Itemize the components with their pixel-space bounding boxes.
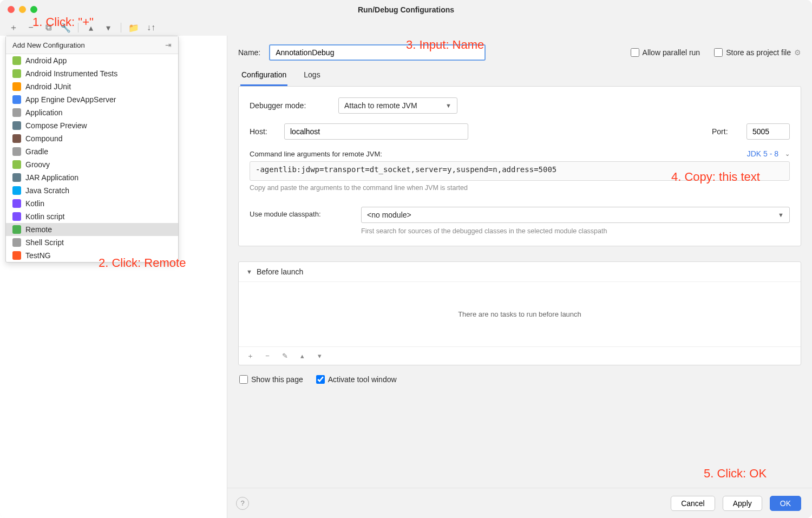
before-launch-empty: There are no tasks to run before launch [458, 310, 581, 318]
config-type-icon [12, 160, 21, 169]
minimize-window-button[interactable] [19, 6, 26, 13]
config-toolbar: ＋ − ⧉ 🔧 ▴ ▾ 📁 ↓↑ [0, 19, 812, 36]
module-value: <no module> [367, 211, 411, 219]
gear-icon[interactable]: ⚙ [794, 48, 801, 57]
remove-config-button[interactable]: − [26, 23, 36, 32]
edit-defaults-button[interactable]: 🔧 [61, 23, 70, 32]
move-task-up-button[interactable]: ▴ [297, 352, 307, 360]
before-launch-title: Before launch [257, 267, 303, 276]
allow-parallel-label: Allow parallel run [643, 48, 700, 57]
port-label: Port: [712, 127, 739, 136]
close-window-button[interactable] [8, 6, 15, 13]
allow-parallel-input[interactable] [631, 48, 639, 57]
config-type-app-engine-devappserver[interactable]: App Engine DevAppServer [6, 93, 178, 106]
config-type-android-junit[interactable]: Android JUnit [6, 80, 178, 93]
tabs: Configuration Logs [227, 65, 812, 86]
cmdline-text[interactable]: -agentlib:jdwp=transport=dt_socket,serve… [250, 161, 790, 181]
maximize-window-button[interactable] [30, 6, 37, 13]
chevron-down-icon: ▼ [778, 212, 784, 218]
config-type-android-instrumented-tests[interactable]: Android Instrumented Tests [6, 67, 178, 80]
config-type-application[interactable]: Application [6, 106, 178, 119]
config-type-compose-preview[interactable]: Compose Preview [6, 119, 178, 132]
store-project-checkbox[interactable]: Store as project file ⚙ [714, 48, 801, 57]
edit-task-button[interactable]: ✎ [280, 352, 290, 360]
show-page-checkbox[interactable]: Show this page [239, 375, 303, 384]
name-flags: Allow parallel run Store as project file… [631, 48, 801, 57]
before-launch-header[interactable]: ▼ Before launch [239, 262, 801, 281]
module-hint: First search for sources of the debugged… [361, 227, 621, 235]
folder-button[interactable]: 📁 [129, 23, 139, 32]
dropdown-header: Add New Configuration ⇥ [6, 36, 178, 54]
tab-logs[interactable]: Logs [303, 65, 321, 86]
name-row: Name: Allow parallel run Store as projec… [227, 36, 812, 65]
left-column: Add New Configuration ⇥ Android AppAndro… [0, 36, 227, 518]
collapse-icon[interactable]: ⇥ [165, 41, 172, 49]
config-type-android-app[interactable]: Android App [6, 54, 178, 67]
config-type-jar-application[interactable]: JAR Application [6, 171, 178, 184]
titlebar: Run/Debug Configurations [0, 0, 812, 19]
config-type-kotlin-script[interactable]: Kotlin script [6, 210, 178, 223]
config-type-label: Application [25, 108, 63, 117]
config-type-icon [12, 108, 21, 117]
config-type-compound[interactable]: Compound [6, 132, 178, 145]
activate-window-input[interactable] [316, 375, 325, 384]
cancel-button[interactable]: Cancel [671, 496, 715, 511]
config-type-shell-script[interactable]: Shell Script [6, 236, 178, 249]
config-type-label: Remote [25, 225, 52, 234]
help-button[interactable]: ? [236, 497, 249, 510]
config-type-label: Android Instrumented Tests [25, 69, 117, 78]
chevron-down-icon: ⌄ [785, 150, 790, 158]
store-project-label: Store as project file [726, 48, 791, 57]
config-type-icon [12, 69, 21, 78]
add-config-dropdown: Add New Configuration ⇥ Android AppAndro… [5, 36, 179, 263]
config-type-java-scratch[interactable]: Java Scratch [6, 184, 178, 197]
show-page-input[interactable] [239, 375, 248, 384]
body: Add New Configuration ⇥ Android AppAndro… [0, 36, 812, 518]
config-type-testng[interactable]: TestNG [6, 249, 178, 262]
debugger-mode-select[interactable]: Attach to remote JVM ▼ [338, 97, 457, 114]
config-type-icon [12, 238, 21, 247]
copy-config-button[interactable]: ⧉ [43, 23, 53, 32]
show-page-label: Show this page [251, 375, 303, 384]
config-type-gradle[interactable]: Gradle [6, 145, 178, 158]
config-type-label: Compose Preview [25, 121, 87, 130]
name-input[interactable] [269, 44, 486, 61]
sort-button[interactable]: ↓↑ [146, 23, 156, 32]
add-task-button[interactable]: ＋ [245, 351, 255, 361]
module-label: Use module classpath: [250, 207, 352, 218]
config-type-kotlin[interactable]: Kotlin [6, 197, 178, 210]
allow-parallel-checkbox[interactable]: Allow parallel run [631, 48, 700, 57]
config-type-label: App Engine DevAppServer [25, 95, 116, 104]
host-input[interactable] [284, 123, 468, 140]
config-type-groovy[interactable]: Groovy [6, 158, 178, 171]
before-launch-toolbar: ＋ − ✎ ▴ ▾ [239, 346, 801, 365]
config-type-label: Groovy [25, 160, 50, 169]
apply-button[interactable]: Apply [723, 496, 762, 511]
config-type-icon [12, 199, 21, 208]
config-type-icon [12, 173, 21, 182]
config-type-label: JAR Application [25, 173, 78, 182]
remove-task-button[interactable]: − [263, 352, 272, 360]
config-type-icon [12, 95, 21, 104]
config-type-remote[interactable]: Remote [6, 223, 178, 236]
move-task-down-button[interactable]: ▾ [315, 352, 324, 360]
module-classpath-select[interactable]: <no module> ▼ [361, 207, 790, 223]
activate-window-checkbox[interactable]: Activate tool window [316, 375, 397, 384]
config-type-icon [12, 56, 21, 65]
name-label: Name: [238, 48, 260, 57]
window-title: Run/Debug Configurations [358, 5, 454, 14]
add-config-button[interactable]: ＋ [9, 23, 18, 32]
store-project-input[interactable] [714, 48, 723, 57]
cmdline-hint: Copy and paste the arguments to the comm… [250, 184, 790, 192]
config-type-label: Kotlin [25, 199, 44, 208]
move-down-button[interactable]: ▾ [103, 23, 113, 32]
ok-button[interactable]: OK [770, 496, 801, 511]
config-type-label: Android JUnit [25, 82, 71, 91]
move-up-button[interactable]: ▴ [86, 23, 96, 32]
jdk-version-select[interactable]: JDK 5 - 8 ⌄ [747, 149, 790, 158]
separator [78, 23, 78, 32]
tab-configuration[interactable]: Configuration [240, 65, 287, 86]
window-controls [8, 6, 37, 13]
config-type-label: TestNG [25, 251, 51, 260]
port-input[interactable] [746, 123, 790, 140]
